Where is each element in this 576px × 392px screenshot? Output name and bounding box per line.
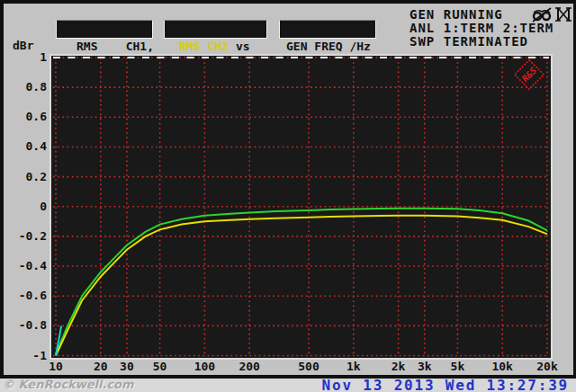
header-icons <box>532 6 572 22</box>
y-tick-label: -0.6 <box>0 289 47 303</box>
y-tick-label: 0.4 <box>0 139 47 154</box>
x-tick-label: 20 <box>94 360 108 373</box>
x-tick-label: 50 <box>153 360 167 373</box>
y-tick-label: -0.2 <box>0 229 47 244</box>
x-tick-label: 10k <box>491 360 512 373</box>
meter2-vs-label: vs <box>236 40 250 53</box>
status-line-analyzer: ANL 1:TERM 2:TERM <box>410 22 554 35</box>
meter-display-gen-freq <box>279 20 376 39</box>
y-tick-label: 0 <box>0 200 47 214</box>
y-tick-label: -0.8 <box>0 318 47 333</box>
x-tick-label: 5k <box>451 360 465 373</box>
y-tick-label: 1 <box>0 50 47 65</box>
status-line-sweep: SWP TERMINATED <box>410 35 554 49</box>
meter-label-ch1: RMS CH1, <box>76 40 154 53</box>
y-tick-label: -1 <box>0 349 47 363</box>
meter-label-ch2: RMS CH2 vs <box>179 40 250 53</box>
meter-display-ch1 <box>56 20 153 39</box>
x-tick-label: 500 <box>298 360 319 373</box>
meter2-quantity: RMS <box>179 40 200 53</box>
trace-rms-ch1 <box>56 209 547 354</box>
watermark: © KenRockwell.com <box>3 378 134 391</box>
meter3-label: GEN FREQ /Hz <box>286 40 371 53</box>
rohde-schwarz-logo: R&S <box>513 58 545 91</box>
x-tick-label: 2k <box>392 360 406 373</box>
x-tick-label: 20k <box>536 360 557 373</box>
y-tick-label: 0.2 <box>0 170 47 184</box>
meter2-channel: CH2 <box>207 40 228 53</box>
x-tick-label: 3k <box>418 360 432 373</box>
y-tick-label: 0.6 <box>0 110 47 124</box>
y-tick-label: 0.8 <box>0 80 47 94</box>
logo-text: R&S <box>520 66 539 85</box>
speaker-muted-icon <box>554 6 572 22</box>
meter-label-gen-freq: GEN FREQ /Hz <box>286 40 371 53</box>
plot-svg <box>51 56 551 358</box>
timestamp: Nov 13 2013 Wed 13:27:39 <box>297 377 569 392</box>
x-tick-label: 30 <box>120 360 134 373</box>
meter-display-ch2 <box>164 20 267 39</box>
x-tick-label: 10 <box>49 360 63 373</box>
meter1-quantity: RMS <box>76 40 97 53</box>
x-tick-label: 200 <box>238 360 259 373</box>
x-tick-label: 100 <box>194 360 215 373</box>
meter1-channel: CH1, <box>126 40 154 53</box>
y-tick-label: -0.4 <box>0 259 47 273</box>
frequency-response-plot: R&S <box>51 56 551 358</box>
monitor-headphones-muted-icon <box>532 6 552 22</box>
x-tick-label: 1k <box>346 360 361 373</box>
